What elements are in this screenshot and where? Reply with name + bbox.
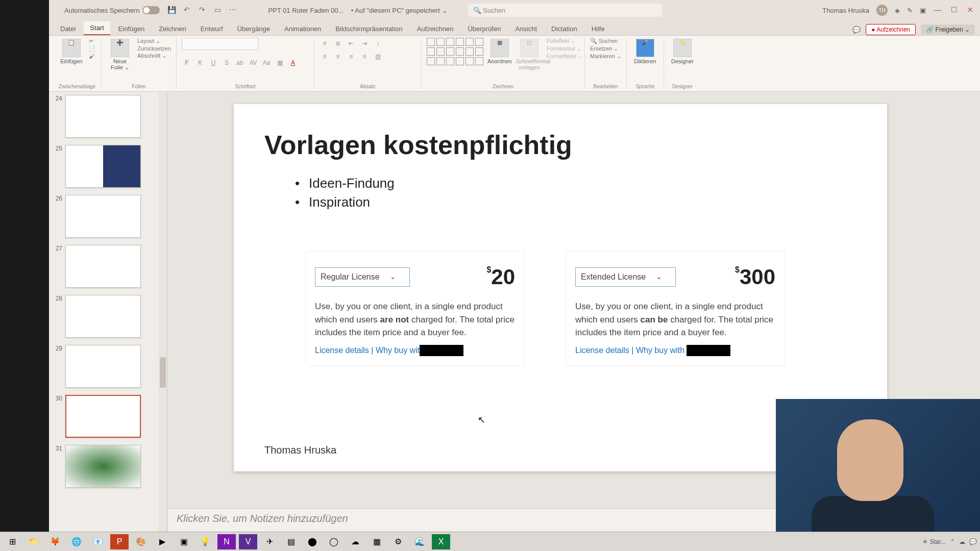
diamond-icon[interactable]: ◈ (895, 7, 900, 14)
save-icon[interactable]: 💾 (167, 6, 176, 15)
why-buy-link[interactable]: Why buy wit (376, 346, 420, 355)
explorer-icon[interactable]: 📁 (24, 534, 43, 549)
app-icon[interactable]: ▤ (282, 534, 300, 549)
outline-button[interactable]: Formkontur ⌄ (547, 45, 583, 52)
slide-thumb-29[interactable] (65, 345, 141, 388)
tab-zeichnen[interactable]: Zeichnen (153, 22, 192, 35)
section-button[interactable]: Abschnitt ⌄ (137, 53, 171, 59)
redo-icon[interactable]: ↷ (198, 6, 207, 15)
window-mode-icon[interactable]: ▣ (920, 7, 926, 14)
weather-widget[interactable]: ☀ Star... (922, 538, 946, 545)
justify-button[interactable]: ≡ (359, 51, 370, 61)
effects-button[interactable]: Formeffekte ⌄ (547, 53, 583, 60)
visualstudio-icon[interactable]: V (239, 534, 257, 549)
indent-dec-button[interactable]: ⇤ (346, 38, 356, 48)
dictate-button[interactable]: 🎤Diktieren (632, 38, 658, 64)
tab-animationen[interactable]: Animationen (278, 22, 327, 35)
app-icon[interactable]: ☁ (346, 534, 364, 549)
chrome-icon[interactable]: 🌐 (67, 534, 86, 549)
maximize-icon[interactable]: ☐ (949, 6, 959, 15)
comments-icon[interactable]: 💬 (852, 26, 861, 34)
bold-button[interactable]: F (182, 57, 192, 67)
slide-thumb-27[interactable] (65, 245, 141, 288)
slideshow-icon[interactable]: ▭ (213, 6, 222, 15)
app-icon[interactable]: ◯ (325, 534, 343, 549)
tab-hilfe[interactable]: Hilfe (585, 22, 611, 35)
reset-button[interactable]: Zurücksetzen (137, 45, 171, 52)
designer-button[interactable]: ✨Designer (669, 38, 696, 64)
tab-bildschirm[interactable]: Bildschirmpräsentation (329, 22, 409, 35)
slide-thumb-30[interactable] (65, 395, 141, 438)
qat-more-icon[interactable]: ⋯ (228, 6, 237, 15)
replace-button[interactable]: Ersetzen ⌄ (590, 45, 621, 52)
slide-thumb-25[interactable] (65, 145, 141, 188)
license-details-link[interactable]: License details (315, 346, 369, 355)
search-box[interactable]: 🔍 Suchen (468, 4, 662, 17)
fontcolor-button[interactable]: A (288, 57, 298, 67)
slide-thumb-31[interactable] (65, 445, 141, 488)
app-icon[interactable]: ▣ (175, 534, 193, 549)
pen-icon[interactable]: ✎ (907, 7, 913, 14)
document-name[interactable]: PPT 01 Roter Faden 00... (268, 7, 344, 14)
onenote-icon[interactable]: N (217, 534, 236, 549)
copy-icon[interactable]: 📄 (89, 45, 96, 52)
charspace-button[interactable]: AV (248, 57, 258, 67)
shadow-button[interactable]: ab (235, 57, 245, 67)
app-icon[interactable]: 🎨 (132, 534, 150, 549)
slide-thumb-28[interactable] (65, 295, 141, 338)
settings-icon[interactable]: ⚙ (389, 534, 407, 549)
layout-button[interactable]: Layout ⌄ (137, 38, 171, 44)
why-buy-link[interactable]: Why buy with (636, 346, 684, 355)
record-button[interactable]: ● Aufzeichnen (866, 24, 916, 35)
start-button[interactable]: ⊞ (3, 534, 21, 549)
thumbnails-scrollbar[interactable] (159, 92, 167, 532)
font-selector[interactable] (182, 38, 258, 50)
tray-chevron-icon[interactable]: ⌃ (950, 538, 955, 545)
powerpoint-icon[interactable]: P (110, 534, 129, 549)
arrange-button[interactable]: ▦Anordnen (487, 38, 512, 64)
saved-location[interactable]: • Auf "diesem PC" gespeichert ⌄ (351, 7, 448, 14)
tab-aufzeichnen[interactable]: Aufzeichnen (411, 22, 460, 35)
align-right-button[interactable]: ≡ (346, 51, 356, 61)
tab-ansicht[interactable]: Ansicht (509, 22, 543, 35)
underline-button[interactable]: U (208, 57, 218, 67)
case-button[interactable]: Aa (261, 57, 272, 67)
fill-button[interactable]: Fülleffekt ⌄ (547, 38, 583, 44)
bullets-button[interactable]: ≡ (320, 38, 330, 48)
numbering-button[interactable]: ≣ (333, 38, 343, 48)
tray-icon[interactable]: ☁ (959, 538, 965, 545)
tab-einfuegen[interactable]: Einfügen (112, 22, 151, 35)
vlc-icon[interactable]: ▶ (153, 534, 172, 549)
close-icon[interactable]: ✕ (966, 6, 975, 15)
find-button[interactable]: 🔍 Suchen (590, 38, 621, 44)
license-select-regular[interactable]: Regular License (315, 267, 410, 287)
user-avatar[interactable]: TH (876, 5, 888, 16)
undo-icon[interactable]: ↶ (182, 6, 191, 15)
license-details-link[interactable]: License details (575, 346, 629, 355)
tab-start[interactable]: Start (84, 21, 110, 35)
indent-inc-button[interactable]: ⇥ (359, 38, 370, 48)
tab-datei[interactable]: Datei (54, 22, 82, 35)
license-select-extended[interactable]: Extended License (575, 267, 676, 287)
cut-icon[interactable]: ✂ (89, 38, 96, 44)
align-center-button[interactable]: ≡ (333, 51, 343, 61)
select-button[interactable]: Markieren ⌄ (590, 53, 621, 60)
slide-thumb-24[interactable] (65, 95, 141, 138)
tab-ueberpruefen[interactable]: Überprüfen (461, 22, 507, 35)
slide-title[interactable]: Vorlagen kostenpflichtig (264, 130, 856, 160)
quickstyles-button[interactable]: ◫Schnellformat vorlagen (516, 38, 543, 70)
format-painter-icon[interactable]: 🖌 (89, 53, 96, 59)
autosave-toggle[interactable] (142, 6, 160, 14)
app-icon[interactable]: ▦ (368, 534, 386, 549)
strike-button[interactable]: S (222, 57, 232, 67)
tab-dictation[interactable]: Dictation (545, 22, 583, 35)
shapes-gallery[interactable] (427, 38, 483, 65)
slide-thumb-26[interactable] (65, 195, 141, 238)
telegram-icon[interactable]: ✈ (260, 534, 279, 549)
align-left-button[interactable]: ≡ (320, 51, 330, 61)
new-slide-button[interactable]: ➕Neue Folie ⌄ (107, 38, 133, 71)
obs-icon[interactable]: ⬤ (303, 534, 322, 549)
outlook-icon[interactable]: 📧 (89, 534, 107, 549)
excel-icon[interactable]: X (432, 534, 450, 549)
share-button[interactable]: 🔗 Freigeben ⌄ (921, 24, 975, 35)
